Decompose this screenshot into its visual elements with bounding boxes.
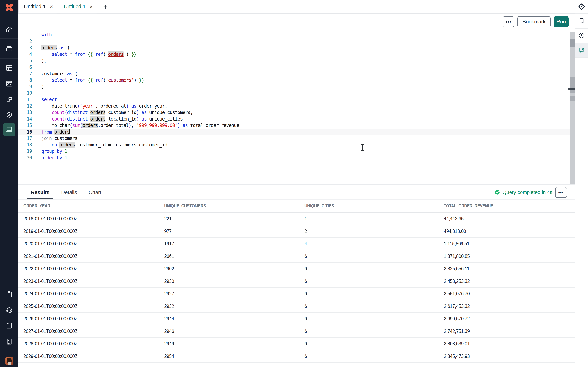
code-line[interactable]: 3orders as ( xyxy=(18,44,575,51)
panel-splitter[interactable] xyxy=(18,184,575,185)
code-line[interactable]: 10 xyxy=(18,90,575,96)
code-line[interactable]: 14 count(distinct orders.location_id) as… xyxy=(18,116,575,122)
run-button[interactable]: Run xyxy=(554,16,569,27)
right-sidebar xyxy=(575,0,588,367)
cell-value: 6 xyxy=(304,353,307,359)
table-row: 2021-01-01T00:00:00.000Z266161,871,800.8… xyxy=(18,250,575,263)
sidebar-item-dashboards[interactable] xyxy=(5,64,13,72)
sql-editor[interactable]: 1with23orders as (4 select * from {{ ref… xyxy=(18,30,575,184)
code-line[interactable]: 19group by 1 xyxy=(18,148,575,155)
code-token: ( xyxy=(64,45,69,50)
results-tab-details[interactable]: Details xyxy=(58,185,81,200)
table-cell: 6 xyxy=(304,303,444,309)
right-sidebar-divider xyxy=(575,28,588,29)
line-number: 17 xyxy=(18,135,32,142)
cell-value: 494,818.00 xyxy=(444,228,466,234)
column-header[interactable]: UNIQUE_CUSTOMERS xyxy=(164,203,304,209)
bookmark-button[interactable]: Bookmark xyxy=(517,16,551,27)
app-logo[interactable] xyxy=(5,4,13,12)
tab-close-icon[interactable]: × xyxy=(50,4,53,10)
code-token: orders xyxy=(90,109,106,115)
code-line[interactable]: 6 xyxy=(18,64,575,71)
table-cell: 2025-01-01T00:00:00.000Z xyxy=(23,303,164,309)
sidebar-item-code-editor[interactable] xyxy=(5,80,13,88)
code-token: = customers.customer_id xyxy=(108,142,167,148)
code-token: {{ xyxy=(87,77,93,83)
code-line[interactable]: 5), xyxy=(18,58,575,64)
results-more-button[interactable]: ••• xyxy=(555,187,567,198)
cell-value: 2,617,453.32 xyxy=(444,303,470,309)
table-cell: 2879 xyxy=(164,366,304,367)
code-line[interactable]: 4 select * from {{ ref('orders') }} xyxy=(18,51,575,58)
cell-value: 221 xyxy=(164,216,172,222)
sidebar-item-home[interactable] xyxy=(5,25,13,33)
editor-tab[interactable]: Untitled 1× xyxy=(58,0,98,14)
cell-value: 2026-01-01T00:00:00.000Z xyxy=(23,316,78,322)
code-token: .order_total xyxy=(98,123,129,128)
user-avatar[interactable] xyxy=(5,357,13,365)
table-cell: 2930 xyxy=(164,278,304,284)
cell-value: 2,453,253.32 xyxy=(444,278,470,284)
editor-tab[interactable]: Untitled 1× xyxy=(18,0,58,14)
code-line[interactable]: 1with xyxy=(18,32,575,38)
code-line[interactable]: 15 to_char(sum(orders.order_total), '999… xyxy=(18,122,575,129)
results-tab-chart[interactable]: Chart xyxy=(85,185,105,200)
right-sidebar-item-discover[interactable] xyxy=(578,3,585,10)
code-line[interactable]: 2 xyxy=(18,38,575,45)
column-header[interactable]: TOTAL_ORDER_REVENUE xyxy=(444,203,575,209)
tab-close-icon[interactable]: × xyxy=(89,4,93,10)
code-line[interactable]: 8 select * from {{ ref('customers') }} xyxy=(18,77,575,83)
sidebar-item-support[interactable] xyxy=(5,306,13,314)
cell-value: 6 xyxy=(304,278,307,284)
code-line[interactable]: 13 count(distinct orders.customer_id) as… xyxy=(18,109,575,116)
sidebar-item-organization[interactable] xyxy=(5,338,13,346)
sidebar-item-data-drawer[interactable] xyxy=(5,44,13,53)
sidebar-item-lineage[interactable] xyxy=(5,95,13,104)
right-sidebar-item-bookmarks[interactable] xyxy=(578,17,585,25)
table-cell: 2,617,453.32 xyxy=(444,303,575,309)
line-number: 2 xyxy=(18,38,32,45)
column-header[interactable]: ORDER_YEAR xyxy=(23,203,164,209)
right-sidebar-item-ai-assistant[interactable] xyxy=(575,43,588,57)
table-cell: 4 xyxy=(304,241,444,247)
code-line[interactable]: 9) xyxy=(18,83,575,90)
code-line[interactable]: 12 date_trunc('year', ordered_at) as ord… xyxy=(18,103,575,109)
cell-value: 2025-01-01T00:00:00.000Z xyxy=(23,303,78,309)
code-token xyxy=(41,116,52,122)
editor-scrollbar[interactable] xyxy=(570,32,574,184)
code-line[interactable]: 11select xyxy=(18,96,575,103)
table-cell: 494,818.00 xyxy=(444,228,575,234)
code-token: distinct xyxy=(67,116,88,122)
scrollbar-thumb[interactable] xyxy=(570,39,574,47)
sidebar-item-docs[interactable] xyxy=(5,321,13,330)
tab-label: Untitled 1 xyxy=(64,4,86,9)
table-cell: 2023-01-01T00:00:00.000Z xyxy=(23,278,164,284)
code-line[interactable]: 20order by 1 xyxy=(18,155,575,161)
code-line[interactable]: 18 on orders.customer_id = customers.cus… xyxy=(18,142,575,148)
table-cell: 2028-01-01T00:00:00.000Z xyxy=(23,341,164,347)
right-sidebar-item-history[interactable] xyxy=(578,32,585,39)
sidebar-item-workbench-active[interactable] xyxy=(3,123,16,136)
code-line[interactable]: 16from orders xyxy=(18,129,575,135)
more-options-button[interactable]: ••• xyxy=(503,16,514,27)
code-line[interactable]: 17join customers xyxy=(18,135,575,142)
home-icon xyxy=(5,25,13,33)
results-tab-results[interactable]: Results xyxy=(27,185,53,200)
code-token: ) xyxy=(129,123,131,128)
column-header[interactable]: UNIQUE_CITIES xyxy=(304,203,444,209)
table-cell: 2,325,556.11 xyxy=(444,266,575,272)
cell-value: 1,115,869.51 xyxy=(444,241,469,247)
table-row: 2030-01-01T00:00:00.000Z287961,841,049.3… xyxy=(18,363,575,367)
code-token: sum xyxy=(72,123,80,128)
code-line[interactable]: 7customers as ( xyxy=(18,70,575,77)
sidebar-item-changelog[interactable] xyxy=(5,290,13,298)
left-sidebar xyxy=(0,0,18,367)
sidebar-item-discover[interactable] xyxy=(5,111,13,119)
code-token: select xyxy=(52,77,67,83)
table-cell: 1 xyxy=(304,216,444,222)
code-token: count xyxy=(52,109,64,115)
table-cell: 2,845,473.93 xyxy=(444,353,575,359)
code-token: ' xyxy=(106,51,108,57)
code-token: orders xyxy=(54,129,69,134)
new-tab-button[interactable]: + xyxy=(98,0,112,13)
